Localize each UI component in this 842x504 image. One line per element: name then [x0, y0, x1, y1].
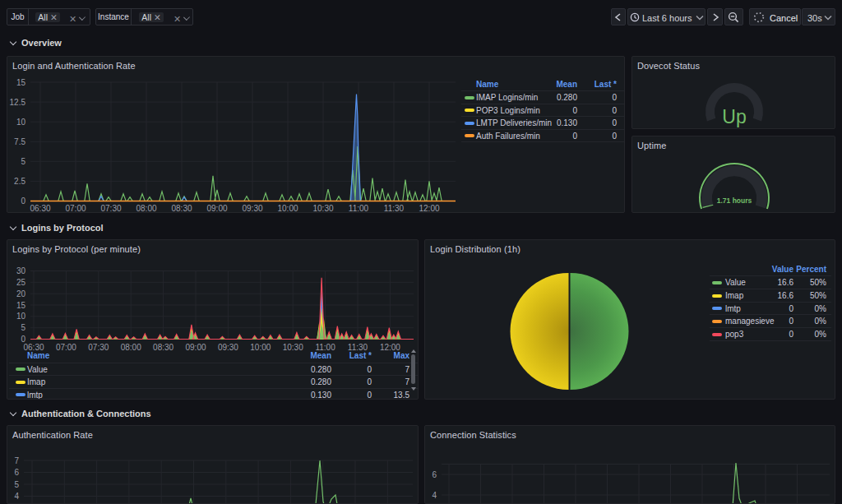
svg-text:15: 15: [16, 78, 26, 87]
svg-text:0: 0: [21, 197, 25, 206]
svg-text:4: 4: [432, 491, 437, 500]
svg-text:7.5: 7.5: [14, 137, 25, 146]
svg-text:11:00: 11:00: [349, 204, 369, 213]
svg-text:5: 5: [21, 157, 25, 166]
svg-text:08:30: 08:30: [171, 204, 192, 213]
svg-text:25: 25: [16, 278, 26, 287]
svg-text:08:00: 08:00: [136, 204, 156, 213]
svg-text:5: 5: [21, 323, 25, 332]
svg-text:10:00: 10:00: [277, 204, 298, 213]
svg-text:15: 15: [16, 301, 26, 310]
svg-text:09:00: 09:00: [206, 204, 227, 213]
svg-text:4: 4: [14, 492, 19, 501]
svg-text:12.5: 12.5: [10, 98, 26, 107]
svg-text:6: 6: [14, 468, 19, 477]
svg-text:30: 30: [16, 266, 26, 275]
svg-text:06:30: 06:30: [30, 204, 50, 213]
svg-text:10:30: 10:30: [312, 204, 333, 213]
svg-text:07:00: 07:00: [65, 204, 86, 213]
svg-text:1.71 hours: 1.71 hours: [717, 197, 752, 205]
svg-text:6: 6: [432, 470, 437, 479]
svg-text:7: 7: [14, 456, 19, 465]
svg-text:11:30: 11:30: [384, 204, 405, 213]
svg-text:20: 20: [16, 289, 26, 298]
svg-text:2.5: 2.5: [14, 177, 25, 186]
svg-text:12:00: 12:00: [419, 204, 439, 213]
svg-text:09:30: 09:30: [242, 204, 262, 213]
svg-text:10: 10: [16, 118, 26, 127]
svg-text:5: 5: [14, 480, 19, 489]
svg-text:10: 10: [16, 312, 26, 321]
svg-text:Up: Up: [722, 106, 746, 127]
svg-text:07:30: 07:30: [100, 204, 121, 213]
